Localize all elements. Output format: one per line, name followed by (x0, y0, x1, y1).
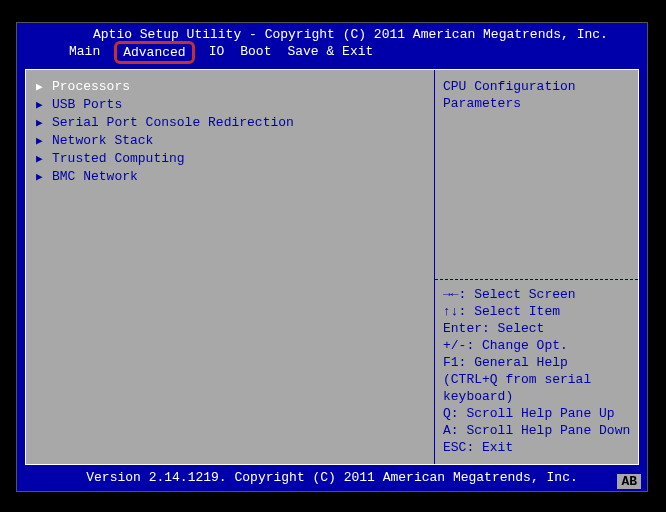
triangle-right-icon: ▶ (36, 114, 46, 132)
footer: Version 2.14.1219. Copyright (C) 2011 Am… (17, 468, 647, 487)
triangle-right-icon: ▶ (36, 96, 46, 114)
help-key-line: ↑↓: Select Item (443, 303, 630, 320)
menu-item-label: Network Stack (52, 132, 153, 150)
menu-item-label: BMC Network (52, 168, 138, 186)
tab-advanced[interactable]: Advanced (114, 41, 194, 64)
help-key-line: A: Scroll Help Pane Down (443, 422, 630, 439)
help-key-line: +/-: Change Opt. (443, 337, 630, 354)
tab-save-exit[interactable]: Save & Exit (283, 44, 377, 61)
triangle-right-icon: ▶ (36, 78, 46, 96)
triangle-right-icon: ▶ (36, 168, 46, 186)
menu-item-bmc-network[interactable]: ▶BMC Network (36, 168, 424, 186)
menu-item-label: Processors (52, 78, 130, 96)
menu-item-processors[interactable]: ▶Processors (36, 78, 424, 96)
tab-bar: MainAdvancedIOBootSave & Exit (17, 42, 647, 65)
title-text: Aptio Setup Utility - Copyright (C) 2011… (17, 27, 647, 42)
help-key-line: Enter: Select (443, 320, 630, 337)
menu-item-label: Trusted Computing (52, 150, 185, 168)
ab-badge: AB (617, 474, 641, 489)
help-key-line: F1: General Help (443, 354, 630, 371)
help-key-line: (CTRL+Q from serial (443, 371, 630, 388)
help-context-line: Parameters (443, 95, 630, 112)
menu-item-usb-ports[interactable]: ▶USB Ports (36, 96, 424, 114)
help-context-line: CPU Configuration (443, 78, 630, 95)
menu-item-serial-port-console-redirection[interactable]: ▶Serial Port Console Redirection (36, 114, 424, 132)
help-key-line: Q: Scroll Help Pane Up (443, 405, 630, 422)
bios-window: Aptio Setup Utility - Copyright (C) 2011… (16, 22, 648, 492)
main-area: ▶Processors▶USB Ports▶Serial Port Consol… (25, 69, 639, 465)
menu-item-trusted-computing[interactable]: ▶Trusted Computing (36, 150, 424, 168)
header: Aptio Setup Utility - Copyright (C) 2011… (17, 23, 647, 65)
triangle-right-icon: ▶ (36, 132, 46, 150)
triangle-right-icon: ▶ (36, 150, 46, 168)
help-pane: CPU ConfigurationParameters →←: Select S… (434, 70, 638, 464)
help-divider (435, 112, 638, 280)
tab-boot[interactable]: Boot (236, 44, 275, 61)
tab-io[interactable]: IO (205, 44, 229, 61)
help-keys: →←: Select Screen↑↓: Select ItemEnter: S… (443, 286, 630, 456)
menu-item-network-stack[interactable]: ▶Network Stack (36, 132, 424, 150)
help-context: CPU ConfigurationParameters (443, 78, 630, 112)
tab-main[interactable]: Main (65, 44, 104, 61)
menu-item-label: USB Ports (52, 96, 122, 114)
help-key-line: keyboard) (443, 388, 630, 405)
menu-pane: ▶Processors▶USB Ports▶Serial Port Consol… (26, 70, 434, 464)
help-key-line: ESC: Exit (443, 439, 630, 456)
menu-item-label: Serial Port Console Redirection (52, 114, 294, 132)
version-text: Version 2.14.1219. Copyright (C) 2011 Am… (86, 470, 577, 485)
help-key-line: →←: Select Screen (443, 286, 630, 303)
